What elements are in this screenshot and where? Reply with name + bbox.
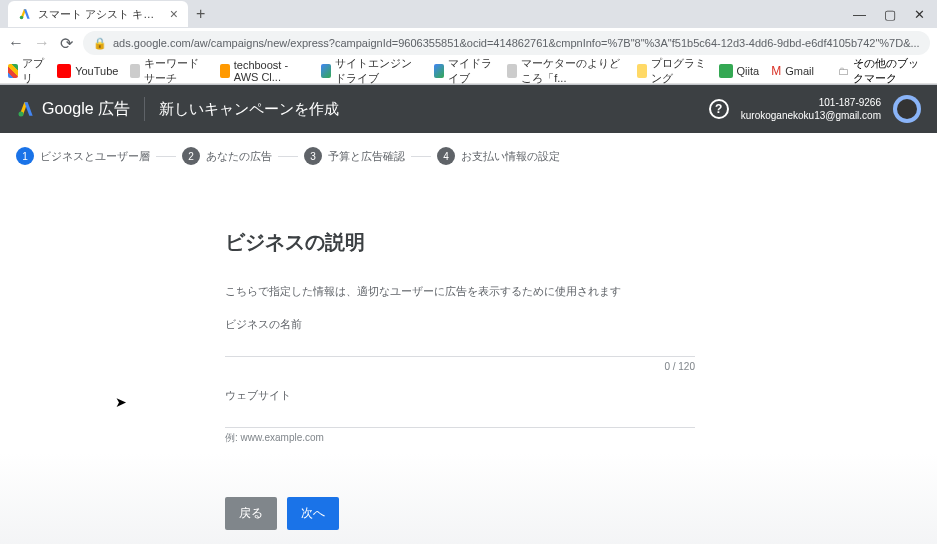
window-controls: — ▢ ✕ (853, 7, 937, 22)
form-actions: 戻る 次へ (225, 497, 695, 530)
form-container: ビジネスの説明 こちらで指定した情報は、適切なユーザーに広告を表示するために使用… (225, 229, 695, 530)
qiita-icon (719, 64, 733, 78)
step-number: 2 (182, 147, 200, 165)
bookmark-label: Gmail (785, 65, 814, 77)
new-tab-button[interactable]: + (196, 5, 205, 23)
website-hint: 例: www.example.com (225, 431, 695, 445)
step-label: 予算と広告確認 (328, 149, 405, 164)
business-name-field-group: ビジネスの名前 0 / 120 (225, 317, 695, 372)
bookmark-techboost[interactable]: techboost - AWS Cl... (220, 59, 309, 83)
product-name: Google 広告 (42, 99, 130, 120)
business-name-input[interactable] (225, 334, 695, 357)
reload-button[interactable]: ⟳ (60, 34, 73, 53)
divider (144, 97, 145, 121)
google-ads-logo-icon (16, 99, 36, 119)
bookmark-label: マイドライブ (448, 56, 495, 86)
header-right: ? 101-187-9266 kurokoganekoku13@gmail.co… (709, 95, 921, 123)
main-content: ➤ ビジネスの説明 こちらで指定した情報は、適切なユーザーに広告を表示するために… (0, 179, 937, 544)
user-email: kurokoganekoku13@gmail.com (741, 109, 881, 122)
mouse-cursor: ➤ (115, 394, 127, 410)
browser-tab[interactable]: スマート アシスト キャンペーン - 101-1 × (8, 1, 188, 27)
url-bar[interactable]: 🔒 ads.google.com/aw/campaigns/new/expres… (83, 31, 930, 55)
step-ad[interactable]: 2 あなたの広告 (182, 147, 272, 165)
forward-nav-button[interactable]: → (34, 34, 50, 52)
lock-icon: 🔒 (93, 37, 107, 50)
step-label: あなたの広告 (206, 149, 272, 164)
char-counter: 0 / 120 (225, 361, 695, 372)
bookmark-keyword[interactable]: キーワードサーチ (130, 56, 207, 86)
bookmark-label: サイトエンジンドライブ (335, 56, 422, 86)
bookmark-label: YouTube (75, 65, 118, 77)
bookmark-site-engine[interactable]: サイトエンジンドライブ (321, 56, 422, 86)
step-payment[interactable]: 4 お支払い情報の設定 (437, 147, 560, 165)
form-description: こちらで指定した情報は、適切なユーザーに広告を表示するために使用されます (225, 284, 695, 299)
gmail-icon: M (771, 64, 781, 78)
back-button[interactable]: 戻る (225, 497, 277, 530)
bookmark-label: マーケターのよりどころ「f... (521, 56, 625, 86)
avatar-inner (897, 99, 917, 119)
svg-point-5 (19, 112, 24, 117)
business-name-label: ビジネスの名前 (225, 317, 695, 332)
step-label: ビジネスとユーザー層 (40, 149, 150, 164)
bookmark-youtube[interactable]: YouTube (57, 64, 118, 78)
bookmark-programming[interactable]: プログラミング (637, 56, 706, 86)
app-header: Google 広告 新しいキャンペーンを作成 ? 101-187-9266 ku… (0, 85, 937, 133)
step-number: 1 (16, 147, 34, 165)
bookmark-qiita[interactable]: Qiita (719, 64, 760, 78)
website-input[interactable] (225, 405, 695, 428)
tab-title: スマート アシスト キャンペーン - 101-1 (38, 7, 162, 22)
generic-icon (130, 64, 140, 78)
bookmark-label: プログラミング (651, 56, 706, 86)
next-button[interactable]: 次へ (287, 497, 339, 530)
url-text: ads.google.com/aw/campaigns/new/express?… (113, 37, 920, 49)
step-number: 3 (304, 147, 322, 165)
bookmark-apps[interactable]: アプリ (8, 56, 45, 86)
svg-marker-1 (24, 9, 30, 18)
user-info: 101-187-9266 kurokoganekoku13@gmail.com (741, 96, 881, 122)
avatar[interactable] (893, 95, 921, 123)
product-logo[interactable]: Google 広告 (16, 99, 130, 120)
address-bar: ← → ⟳ 🔒 ads.google.com/aw/campaigns/new/… (0, 28, 937, 58)
svg-marker-4 (24, 102, 32, 115)
bookmark-label: アプリ (22, 56, 45, 86)
form-heading: ビジネスの説明 (225, 229, 695, 256)
bookmark-label: techboost - AWS Cl... (234, 59, 309, 83)
step-number: 4 (437, 147, 455, 165)
bookmark-marketer[interactable]: マーケターのよりどころ「f... (507, 56, 625, 86)
minimize-button[interactable]: — (853, 7, 866, 22)
page-title: 新しいキャンペーンを作成 (159, 100, 339, 119)
apps-icon (8, 64, 18, 78)
step-budget[interactable]: 3 予算と広告確認 (304, 147, 405, 165)
back-nav-button[interactable]: ← (8, 34, 24, 52)
svg-point-2 (20, 16, 24, 20)
maximize-button[interactable]: ▢ (884, 7, 896, 22)
step-connector (278, 156, 298, 157)
drive-icon (321, 64, 331, 78)
bookmark-gmail[interactable]: MGmail (771, 64, 814, 78)
step-label: お支払い情報の設定 (461, 149, 560, 164)
bookmarks-bar: アプリ YouTube キーワードサーチ techboost - AWS Cl.… (0, 58, 937, 84)
drive-icon (434, 64, 444, 78)
website-field-group: ウェブサイト 例: www.example.com (225, 388, 695, 445)
folder-icon (637, 64, 647, 78)
step-connector (156, 156, 176, 157)
progress-stepper: 1 ビジネスとユーザー層 2 あなたの広告 3 予算と広告確認 4 お支払い情報… (0, 133, 937, 179)
folder-icon: 🗀 (838, 65, 849, 77)
tab-bar: スマート アシスト キャンペーン - 101-1 × + — ▢ ✕ (0, 0, 937, 28)
techboost-icon (220, 64, 230, 78)
bookmark-mydrive[interactable]: マイドライブ (434, 56, 495, 86)
account-id: 101-187-9266 (741, 96, 881, 109)
bookmark-label: Qiita (737, 65, 760, 77)
browser-chrome: スマート アシスト キャンペーン - 101-1 × + — ▢ ✕ ← → ⟳… (0, 0, 937, 85)
help-icon[interactable]: ? (709, 99, 729, 119)
bookmark-label: その他のブックマーク (853, 56, 929, 86)
youtube-icon (57, 64, 71, 78)
step-business[interactable]: 1 ビジネスとユーザー層 (16, 147, 150, 165)
bookmark-other-folder[interactable]: 🗀その他のブックマーク (838, 56, 929, 86)
tab-close-icon[interactable]: × (170, 6, 178, 22)
close-window-button[interactable]: ✕ (914, 7, 925, 22)
website-label: ウェブサイト (225, 388, 695, 403)
step-connector (411, 156, 431, 157)
google-ads-favicon (18, 7, 32, 21)
generic-icon (507, 64, 517, 78)
